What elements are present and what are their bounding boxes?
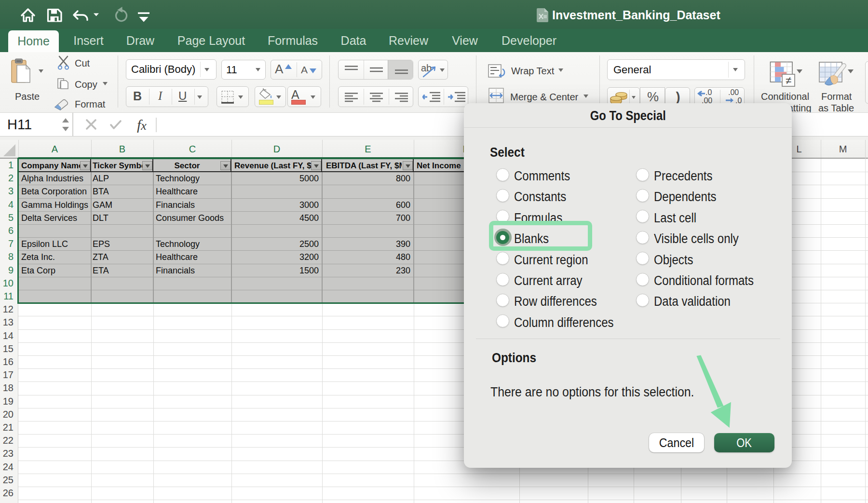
svg-text:≠: ≠	[786, 74, 791, 86]
